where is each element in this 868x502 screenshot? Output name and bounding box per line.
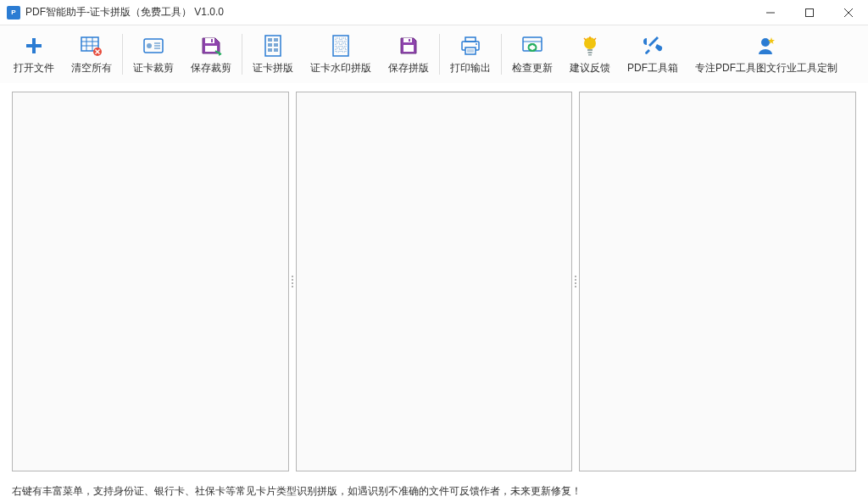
svg-rect-25	[268, 43, 272, 47]
save-crop-button[interactable]: 保存裁剪	[182, 31, 240, 79]
save-crop-icon	[199, 34, 223, 58]
svg-rect-20	[211, 39, 213, 42]
clear-all-label: 清空所有	[71, 61, 112, 75]
svg-rect-50	[588, 54, 592, 56]
titlebar: P PDF智能助手-证卡拼版（免费工具） V1.0.0	[0, 0, 868, 25]
svg-rect-41	[465, 47, 476, 54]
open-file-label: 打开文件	[14, 61, 54, 75]
tools-icon	[641, 34, 665, 58]
svg-rect-33	[342, 43, 346, 47]
toolbar-separator	[439, 34, 440, 75]
status-text: 右键有丰富菜单，支持身份证、银行卡、社保卡等常见卡片类型识别拼版，如遇识别不准确…	[12, 484, 581, 499]
splitter-1[interactable]	[289, 92, 296, 471]
svg-rect-23	[268, 38, 272, 42]
toolbar-separator	[242, 34, 242, 75]
svg-rect-28	[274, 48, 278, 52]
splitter-2[interactable]	[572, 92, 579, 471]
toolbar: 打开文件 清空所有	[0, 25, 868, 83]
panel-middle[interactable]	[296, 92, 573, 471]
save-layout-button[interactable]: 保存拼版	[380, 31, 437, 79]
statusbar: 右键有丰富菜单，支持身份证、银行卡、社保卡等常见卡片类型识别拼版，如遇识别不准确…	[0, 480, 868, 502]
window-controls	[751, 0, 868, 25]
card-layout-button[interactable]: 证卡拼版	[244, 31, 302, 79]
card-layout-icon	[261, 34, 285, 58]
svg-rect-1	[806, 8, 814, 16]
save-layout-label: 保存拼版	[388, 61, 429, 75]
card-crop-button[interactable]: 证卡裁剪	[125, 31, 182, 79]
refresh-update-icon	[520, 34, 544, 58]
svg-point-15	[147, 43, 152, 48]
svg-rect-37	[409, 39, 410, 42]
card-crop-label: 证卡裁剪	[133, 61, 174, 75]
plus-icon	[22, 34, 46, 58]
toolbar-separator	[122, 34, 123, 75]
card-layout-label: 证卡拼版	[253, 61, 293, 75]
svg-rect-24	[274, 38, 278, 42]
card-watermark-icon	[329, 34, 353, 58]
svg-rect-35	[342, 48, 346, 52]
toolbar-separator	[501, 34, 502, 75]
window-title: PDF智能助手-证卡拼版（免费工具） V1.0.0	[25, 5, 751, 20]
svg-rect-34	[336, 48, 340, 52]
person-star-icon	[754, 34, 778, 58]
open-file-button[interactable]: 打开文件	[5, 31, 63, 79]
svg-point-51	[761, 38, 770, 47]
lightbulb-icon	[578, 34, 602, 58]
svg-rect-48	[587, 49, 593, 51]
svg-point-42	[476, 43, 477, 45]
print-output-button[interactable]: 打印输出	[442, 31, 499, 79]
printer-icon	[459, 34, 482, 58]
splitter-grip-icon	[575, 276, 576, 287]
feedback-button[interactable]: 建议反馈	[561, 31, 619, 79]
svg-rect-49	[588, 52, 593, 53]
svg-rect-26	[274, 43, 278, 47]
check-update-label: 检查更新	[512, 61, 553, 75]
maximize-button[interactable]	[790, 0, 829, 25]
custom-tools-button[interactable]: 专注PDF工具图文行业工具定制	[687, 31, 846, 79]
clear-all-button[interactable]: 清空所有	[63, 31, 120, 79]
svg-rect-36	[403, 38, 412, 42]
svg-rect-19	[205, 38, 214, 43]
save-crop-label: 保存裁剪	[191, 61, 231, 75]
svg-rect-38	[403, 45, 414, 52]
panel-left[interactable]	[12, 92, 289, 471]
card-crop-icon	[142, 34, 165, 58]
svg-rect-30	[336, 38, 340, 42]
check-update-button[interactable]: 检查更新	[504, 31, 561, 79]
minimize-button[interactable]	[751, 0, 790, 25]
svg-rect-22	[265, 36, 281, 56]
app-icon: P	[7, 6, 20, 20]
close-button[interactable]	[829, 0, 868, 25]
grid-delete-icon	[80, 34, 103, 58]
svg-rect-32	[336, 43, 340, 47]
print-output-label: 打印输出	[450, 61, 491, 75]
svg-rect-31	[342, 38, 346, 42]
pdf-toolbox-button[interactable]: PDF工具箱	[619, 31, 687, 79]
save-layout-icon	[397, 34, 420, 58]
splitter-grip-icon	[292, 276, 293, 287]
svg-rect-21	[205, 46, 217, 52]
custom-tools-label: 专注PDF工具图文行业工具定制	[695, 61, 837, 75]
card-watermark-label: 证卡水印拼版	[310, 61, 371, 75]
pdf-toolbox-label: PDF工具箱	[627, 61, 678, 75]
content-area	[0, 83, 868, 480]
svg-rect-27	[268, 48, 272, 52]
card-watermark-layout-button[interactable]: 证卡水印拼版	[302, 31, 380, 79]
feedback-label: 建议反馈	[570, 61, 610, 75]
panel-right[interactable]	[579, 92, 856, 471]
